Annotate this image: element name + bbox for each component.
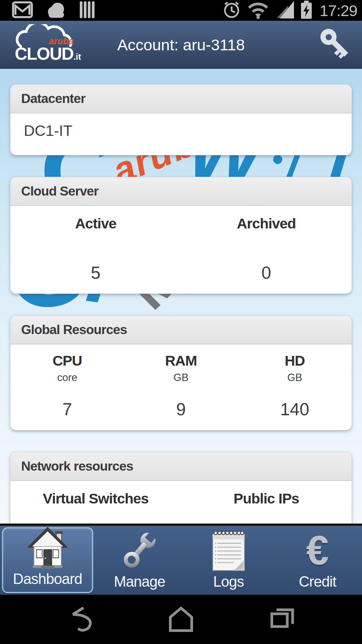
signal-icon	[275, 0, 295, 20]
stat-label: Public IPs	[181, 490, 352, 507]
stat-label: CPU	[10, 353, 124, 369]
card-title: Network resources	[21, 459, 133, 473]
newsstand-icon	[79, 1, 97, 20]
stat-value: 0	[181, 263, 352, 283]
datacenter-row[interactable]: DC1-IT	[10, 113, 352, 155]
tab-label: Logs	[213, 573, 244, 590]
stat-archived: Archived 0	[181, 215, 352, 283]
card-title: Global Resources	[21, 322, 127, 337]
brand-it: .it	[73, 52, 81, 62]
brand-cloud: CLOUD.it	[15, 44, 81, 64]
network-resources-stats: Virtual Switches 2 Public IPs 8	[10, 481, 352, 524]
stat-hd: HD GB 140	[238, 353, 352, 419]
datacenter-card-header: Datacenter	[10, 85, 352, 113]
network-resources-card-header: Network resources	[10, 452, 352, 481]
notepad-icon	[211, 528, 246, 573]
aruba-cloud-logo: aruba CLOUD.it	[13, 24, 100, 64]
datacenter-card: Datacenter DC1-IT	[10, 84, 352, 155]
bottom-tab-bar: Dashboard	[0, 526, 362, 595]
app-header: aruba CLOUD.it Account: aru-3118	[0, 21, 362, 69]
stat-cpu: CPU core 7	[10, 353, 124, 419]
stat-label: Active	[10, 215, 181, 232]
global-resources-card: Global Resources CPU core 7 RAM GB 9 HD	[10, 315, 352, 430]
phone-screen: 17:29 aruba CLOUD.it Account: aru-3118	[0, 0, 362, 644]
stat-value: 5	[10, 263, 181, 283]
tab-label: Dashboard	[13, 571, 82, 587]
tab-credit[interactable]: € Credit	[273, 526, 362, 595]
stat-label: HD	[238, 353, 352, 369]
stat-virtual-switches: Virtual Switches 2	[10, 490, 181, 524]
page-title: Account: aru-3118	[117, 35, 245, 54]
status-bar: 17:29	[0, 0, 362, 21]
stat-ram: RAM GB 9	[124, 353, 238, 419]
tab-manage[interactable]: Manage	[95, 526, 184, 595]
global-resources-card-header: Global Resources	[10, 316, 352, 344]
stat-value: 140	[238, 399, 352, 419]
cloud-server-card-header: Cloud Server	[10, 177, 352, 206]
cloud-server-stats: Active 5 Archived 0	[10, 206, 352, 293]
stat-label: RAM	[124, 353, 238, 369]
card-title: Cloud Server	[21, 184, 99, 198]
wrench-icon	[119, 528, 160, 573]
card-title: Datacenter	[21, 91, 85, 106]
tab-label: Manage	[114, 573, 165, 590]
dashboard-content: C aruba W • / / O / M P u Datacenter DC1…	[0, 69, 362, 524]
euro-glyph: €	[306, 530, 329, 571]
stat-value: 9	[124, 399, 238, 419]
euro-icon: €	[306, 528, 329, 573]
tab-logs[interactable]: Logs	[184, 526, 273, 595]
cloud-server-card: Cloud Server Active 5 Archived 0	[10, 177, 352, 294]
stat-unit: GB	[124, 372, 238, 384]
alarm-icon	[222, 0, 241, 20]
key-icon[interactable]	[316, 25, 353, 64]
recents-button[interactable]	[267, 604, 297, 635]
cloud-icon	[45, 1, 67, 20]
stat-active: Active 5	[10, 215, 181, 283]
stat-label: Virtual Switches	[10, 490, 181, 507]
wifi-icon	[246, 0, 270, 20]
card-list: Datacenter DC1-IT Cloud Server Active 5 …	[0, 69, 362, 524]
stat-unit: GB	[238, 372, 352, 384]
status-system-icons: 17:29	[222, 0, 357, 21]
stat-value: 7	[10, 399, 124, 419]
tab-label: Credit	[299, 573, 336, 590]
stat-unit: core	[10, 372, 124, 384]
tab-dashboard[interactable]: Dashboard	[2, 527, 93, 593]
network-resources-card: Network resources Virtual Switches 2 Pub…	[10, 452, 352, 524]
back-button[interactable]	[65, 604, 95, 635]
gmail-icon	[12, 1, 33, 19]
stat-public-ips: Public IPs 8	[181, 490, 352, 524]
global-resources-stats: CPU core 7 RAM GB 9 HD GB 140	[10, 344, 352, 430]
battery-charging-icon	[300, 0, 313, 21]
android-nav-bar	[0, 595, 362, 644]
clock-time: 17:29	[319, 1, 357, 20]
home-icon	[22, 526, 73, 570]
status-notification-icons	[12, 1, 97, 20]
stat-label: Archived	[181, 215, 352, 232]
home-button[interactable]	[166, 604, 196, 635]
